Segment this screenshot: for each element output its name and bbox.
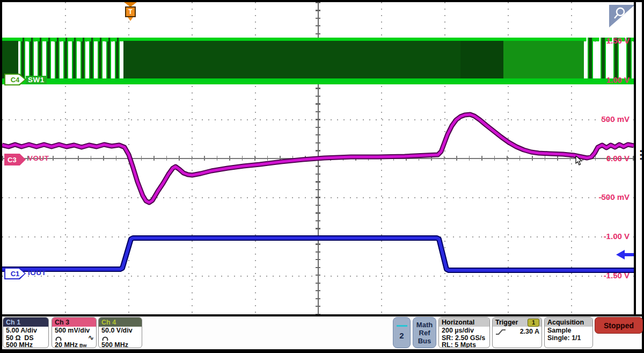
acquisition-mode: Sample	[547, 327, 590, 335]
trigger-source-badge: 1	[528, 319, 539, 327]
ch4-scale: 50.0 V/div	[101, 327, 140, 335]
ac-coupling-icon: ∿	[88, 334, 94, 342]
channel-flag-c3-label: C3	[4, 156, 20, 164]
zoom-2-button[interactable]: 2	[393, 317, 411, 348]
analog-traces	[2, 2, 634, 314]
horizontal-title: Horizontal	[439, 318, 489, 327]
scale-label: 1.00 V	[606, 75, 630, 85]
ch1-termination: 50 Ω DS	[6, 335, 46, 342]
trigger-marker-icon: T	[125, 6, 136, 17]
ref-label: Ref	[419, 329, 430, 337]
scale-label: 0.00 V	[606, 154, 630, 163]
horizontal-scale: 200 µs/div	[442, 327, 487, 335]
scale-label: -500 mV	[598, 192, 630, 202]
ch4-title: Ch 4	[99, 318, 142, 327]
iout-trace-outline	[2, 238, 634, 270]
menu-dots-icon[interactable]: ⋮	[635, 152, 642, 157]
horizontal-record-length: RL: 5 Mpts	[442, 342, 487, 348]
mouse-cursor	[575, 156, 584, 169]
acquisition-count: Single: 1/1	[547, 335, 590, 342]
trigger-title: Trigger	[495, 319, 518, 326]
vout-trace	[2, 114, 634, 203]
ch1-badge[interactable]: Ch 1 5.00 A/div 50 Ω DS 500 MHz	[3, 317, 49, 348]
trigger-panel[interactable]: Trigger 1 2.30 A	[492, 317, 542, 348]
channel-flag-c1-label: C1	[5, 269, 25, 278]
ch1-scale: 5.00 A/div	[6, 327, 46, 335]
trigger-marker-tail	[128, 17, 133, 21]
trigger-position-marker[interactable]: T	[123, 2, 137, 24]
bus-label: Bus	[418, 337, 431, 345]
scale-label: -1.50 V	[604, 271, 630, 280]
trigger-level: 2.30 A	[520, 328, 539, 336]
math-ref-bus-button[interactable]: Math Ref Bus	[413, 317, 436, 348]
ch1-bandwidth: 500 MHz	[6, 342, 46, 348]
bw-limit-icon: Bw	[79, 342, 87, 349]
scale-label: 1.50 V	[606, 36, 630, 46]
math-label: Math	[416, 321, 433, 329]
ch4-badge[interactable]: Ch 4 50.0 V/div 500 MHz	[98, 317, 142, 348]
iout-trace-label: IOUT	[28, 269, 46, 277]
probe-icon	[55, 335, 62, 341]
waveform-display: 1.50 V 1.00 V 500 mV 0.00 V -500 mV -1.0…	[2, 2, 634, 314]
zoom-waveform-color-bar	[397, 325, 407, 327]
ch3-bandwidth: 20 MHz	[55, 342, 78, 349]
horizontal-panel[interactable]: Horizontal 200 µs/div SR: 2.50 GS/s RL: …	[438, 317, 490, 348]
stopped-button[interactable]: Stopped	[595, 317, 643, 334]
ch3-badge[interactable]: Ch 3 500 mV/div ∿ 20 MHz Bw	[52, 317, 97, 348]
acquisition-title: Acquisition	[545, 318, 592, 327]
vout-trace-label: VOUT	[28, 154, 49, 162]
oscilloscope-screen: 1.50 V 1.00 V 500 mV 0.00 V -500 mV -1.0…	[0, 0, 644, 353]
zoom-2-label: 2	[399, 331, 404, 340]
scale-label: 500 mV	[601, 114, 630, 124]
bottom-control-bar: Ch 1 5.00 A/div 50 Ω DS 500 MHz Ch 3 500…	[2, 316, 642, 349]
horizontal-sample-rate: SR: 2.50 GS/s	[442, 335, 487, 342]
probe-icon	[101, 335, 109, 341]
sw1-trace-label: SW1	[26, 76, 47, 84]
channel-flag-c4-label: C4	[5, 75, 25, 84]
scale-label: -1.00 V	[604, 232, 630, 241]
iout-trace	[2, 238, 634, 270]
ch1-title: Ch 1	[3, 318, 48, 327]
ch3-title: Ch 3	[52, 318, 96, 327]
trigger-level-arrow[interactable]	[616, 250, 634, 260]
ch4-bandwidth: 500 MHz	[101, 342, 140, 349]
rising-edge-icon	[495, 328, 506, 336]
acquisition-panel[interactable]: Acquisition Sample Single: 1/1	[544, 317, 593, 348]
